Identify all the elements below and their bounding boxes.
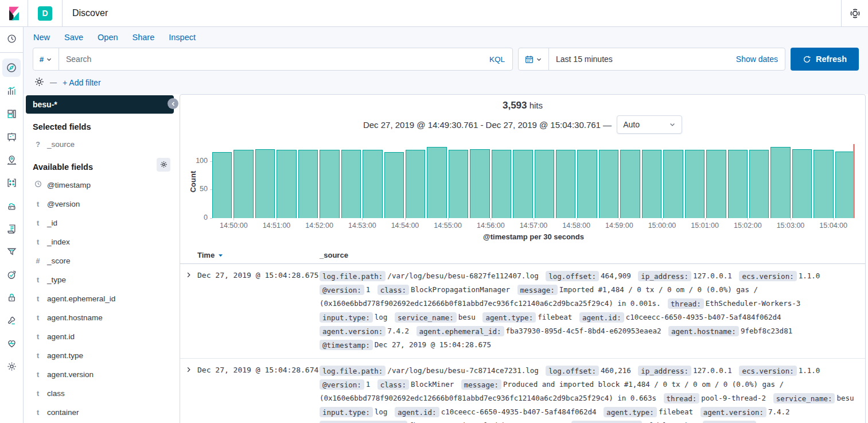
app-chrome: NewSaveOpenShareInspect # KQL	[24, 27, 868, 94]
histogram-bar[interactable]	[341, 150, 361, 218]
nav-maps[interactable]	[2, 150, 21, 169]
histogram-bar[interactable]	[663, 150, 683, 218]
expand-column-header	[180, 251, 197, 259]
refresh-button[interactable]: Refresh	[791, 48, 859, 71]
field-settings-gear-button[interactable]	[157, 158, 170, 172]
string-field-icon: t	[34, 314, 42, 322]
nav-dashboard[interactable]	[2, 104, 21, 123]
menu-new-button[interactable]: New	[33, 33, 50, 42]
histogram-bar[interactable]	[577, 150, 597, 218]
field-item-agent.type[interactable]: tagent.type	[26, 346, 174, 365]
field-value: 1.1.0	[799, 271, 820, 280]
nav-uptime[interactable]	[2, 265, 21, 284]
field-value: c10ceecc-6650-4935-b407-5af484f062d4	[626, 313, 781, 321]
histogram-bar[interactable]	[298, 150, 318, 218]
nav-metrics[interactable]	[2, 196, 21, 215]
field-item-_id[interactable]: t_id	[26, 214, 174, 232]
time-range-value[interactable]: Last 15 minutes	[549, 48, 729, 70]
filter-set-menu-button[interactable]: #	[33, 48, 59, 70]
histogram-bar[interactable]	[706, 150, 726, 218]
nav-dev-tools[interactable]	[2, 311, 21, 329]
x-tick-label: 14:52:00	[305, 222, 333, 230]
field-item-@timestamp[interactable]: @timestamp	[26, 175, 174, 195]
histogram-bar[interactable]	[320, 150, 339, 218]
help-menu-icon[interactable]	[842, 0, 868, 26]
histogram-bar[interactable]	[685, 150, 704, 218]
menu-inspect-button[interactable]: Inspect	[169, 33, 196, 42]
field-item-_score[interactable]: #_score	[26, 251, 174, 270]
string-field-icon: t	[34, 219, 42, 227]
field-item-_index[interactable]: t_index	[26, 232, 174, 251]
expand-row-button[interactable]	[180, 364, 197, 423]
histogram-bar[interactable]	[620, 150, 640, 218]
field-item-agent.version[interactable]: tagent.version	[26, 365, 174, 384]
histogram-bar[interactable]	[255, 149, 275, 218]
index-pattern-selector[interactable]: besu-*	[26, 95, 174, 114]
string-field-icon: t	[34, 352, 42, 360]
nav-visualize[interactable]	[2, 82, 21, 100]
histogram-bar[interactable]	[406, 150, 425, 218]
field-key-badge: thread:	[664, 393, 700, 403]
menu-save-button[interactable]: Save	[64, 33, 83, 42]
histogram-bar[interactable]	[728, 150, 748, 218]
histogram-bar[interactable]	[427, 147, 446, 218]
dev-tools-icon	[7, 316, 17, 325]
field-item-agent.id[interactable]: tagent.id	[26, 327, 174, 346]
search-input[interactable]	[59, 48, 482, 70]
nav-recently-viewed[interactable]	[2, 29, 21, 48]
filter-options-gear-button[interactable]	[34, 77, 44, 88]
histogram-bar[interactable]	[535, 150, 554, 218]
field-item-class[interactable]: tclass	[26, 384, 174, 403]
x-tick-mark	[791, 218, 791, 220]
histogram-bar[interactable]	[642, 150, 661, 218]
nav-discover[interactable]	[2, 59, 21, 77]
nav-siem[interactable]	[2, 288, 21, 306]
histogram-plot[interactable]	[212, 144, 855, 218]
nav-management[interactable]	[2, 357, 21, 375]
field-item-agent.hostname[interactable]: tagent.hostname	[26, 308, 174, 327]
histogram-bar[interactable]	[835, 152, 855, 218]
page-title: Discover	[72, 8, 108, 18]
field-value: filebeat	[538, 313, 572, 321]
histogram-bar[interactable]	[599, 150, 618, 218]
histogram-bar[interactable]	[470, 149, 489, 218]
nav-stack-monitoring[interactable]	[2, 334, 21, 352]
histogram-bar[interactable]	[363, 150, 382, 218]
nav-canvas[interactable]	[2, 127, 21, 146]
menu-open-button[interactable]: Open	[98, 33, 118, 42]
histogram-bar[interactable]	[813, 150, 833, 218]
show-dates-button[interactable]: Show dates	[729, 48, 785, 70]
histogram-bar[interactable]	[233, 150, 253, 218]
field-item-agent.ephemeral_id[interactable]: tagent.ephemeral_id	[26, 289, 174, 308]
field-item-_type[interactable]: t_type	[26, 270, 174, 289]
histogram-bar[interactable]	[556, 150, 575, 218]
histogram-bar[interactable]	[384, 152, 404, 218]
nav-apm[interactable]	[2, 242, 21, 261]
collapse-sidebar-button[interactable]	[168, 98, 178, 109]
field-item-@version[interactable]: t@version	[26, 195, 174, 214]
histogram-bar[interactable]	[492, 150, 511, 218]
field-item-container[interactable]: tcontainer	[26, 403, 174, 422]
histogram-bar[interactable]	[792, 149, 812, 218]
histogram-bar[interactable]	[770, 147, 790, 218]
expand-row-button[interactable]	[180, 269, 197, 352]
histogram-bar[interactable]	[277, 150, 296, 218]
field-name: @timestamp	[47, 181, 91, 189]
calendar-button[interactable]	[519, 48, 549, 70]
histogram-bar[interactable]	[212, 152, 232, 218]
field-key-badge: @timestamp:	[320, 340, 373, 350]
interval-select[interactable]: Auto	[617, 115, 682, 134]
histogram-bar[interactable]	[449, 150, 468, 218]
histogram-bar[interactable]	[513, 150, 532, 218]
time-column-header[interactable]: Time	[197, 251, 320, 259]
kql-language-button[interactable]: KQL	[482, 48, 512, 70]
field-item-_source[interactable]: ?_source	[26, 135, 174, 154]
nav-machine-learning[interactable]	[2, 173, 21, 192]
x-tick-label: 15:02:00	[734, 222, 762, 230]
histogram-bar[interactable]	[749, 150, 769, 218]
nav-logs[interactable]	[2, 219, 21, 238]
menu-share-button[interactable]: Share	[133, 33, 155, 42]
kibana-logo[interactable]	[0, 6, 28, 21]
field-name: class	[47, 389, 65, 398]
add-filter-button[interactable]: + Add filter	[63, 78, 101, 87]
